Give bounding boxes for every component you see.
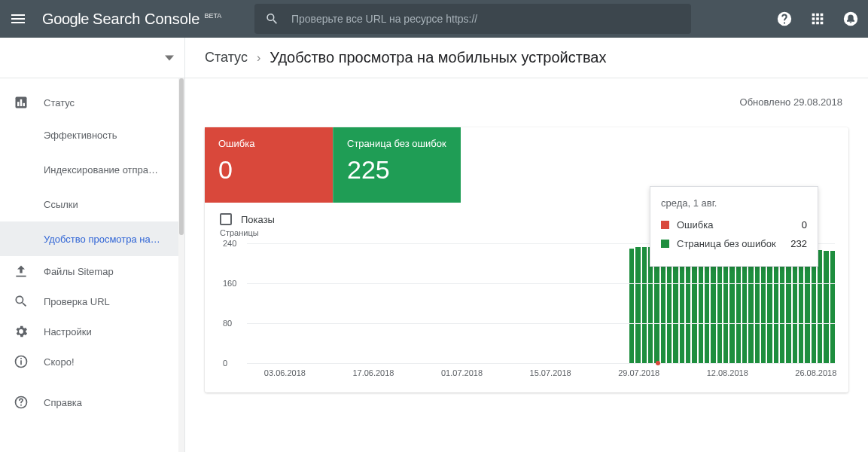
- chart-plot[interactable]: среда, 1 авг. Ошибка 0 Страница без ошиб…: [247, 243, 835, 364]
- property-selector[interactable]: [0, 38, 185, 78]
- status-card: Ошибка 0 Страница без ошибок 225 Показы …: [205, 127, 848, 392]
- chevron-down-icon: [165, 53, 174, 63]
- chart-y-tick: 160: [223, 279, 236, 288]
- sidebar-item-label: Настройки: [44, 326, 92, 337]
- sidebar-item-label: Статус: [44, 97, 75, 108]
- bar-chart-icon: [14, 95, 29, 110]
- sidebar-item-help[interactable]: Справка: [0, 387, 184, 417]
- sidebar-item-url-inspection[interactable]: Проверка URL: [0, 286, 184, 316]
- chart-x-tick: 26.08.2018: [795, 368, 836, 377]
- sidebar-item-status[interactable]: Статус: [0, 87, 184, 118]
- chart-x-axis: 03.06.201817.06.201801.07.201815.07.2018…: [247, 368, 835, 382]
- url-searchbox[interactable]: [254, 4, 691, 34]
- svg-point-9: [20, 405, 22, 406]
- sidebar-sub-indexing[interactable]: Индексирование отпра…: [0, 152, 184, 187]
- chart-y-tick: 240: [223, 239, 236, 248]
- chart-y-label: Страницы: [220, 228, 259, 237]
- chart-bar: [830, 251, 835, 363]
- apps-icon[interactable]: [809, 11, 826, 27]
- tooltip-value-valid: 232: [790, 238, 807, 249]
- gear-icon: [14, 324, 29, 339]
- svg-rect-7: [20, 358, 22, 359]
- chart-x-tick: 17.06.2018: [352, 368, 394, 377]
- search-icon: [265, 11, 279, 26]
- sidebar-sub-mobile-usability[interactable]: Удобство просмотра на…: [0, 221, 184, 256]
- updated-label: Обновлено 29.08.2018: [185, 78, 868, 114]
- svg-rect-4: [23, 103, 26, 106]
- sidebar: Статус Эффективность Индексирование отпр…: [0, 78, 185, 452]
- tooltip-row-valid: Страница без ошибок 232: [661, 238, 807, 249]
- sidebar-item-label: Проверка URL: [44, 296, 110, 307]
- chart-error-point: [656, 361, 660, 365]
- tooltip-row-error: Ошибка 0: [661, 219, 807, 231]
- tab-error-value: 0: [218, 155, 319, 185]
- tooltip-value-error: 0: [802, 219, 807, 231]
- sidebar-item-label: Файлы Sitemap: [44, 266, 114, 277]
- chart-y-tick: 0: [223, 359, 227, 368]
- tab-valid-value: 225: [347, 155, 447, 185]
- chart-bar: [642, 247, 647, 363]
- breadcrumb-current: Удобство просмотра на мобильных устройст…: [270, 49, 606, 66]
- chart-bar: [812, 250, 816, 363]
- chart-tooltip: среда, 1 авг. Ошибка 0 Страница без ошиб…: [650, 186, 818, 267]
- impressions-checkbox-label: Показы: [241, 214, 275, 225]
- sidebar-item-label: Скоро!: [44, 356, 75, 368]
- search-icon: [14, 294, 29, 309]
- chart-bar: [805, 250, 809, 363]
- topbar: Google Search Console BETA: [0, 0, 868, 38]
- tooltip-label-error: Ошибка: [677, 219, 713, 231]
- menu-icon[interactable]: [9, 10, 27, 28]
- product-logo[interactable]: Google Search Console BETA: [42, 11, 221, 28]
- chart-gridline: [247, 363, 835, 364]
- chart-y-tick: 80: [223, 319, 232, 328]
- chart-x-tick: 29.07.2018: [618, 368, 659, 377]
- tab-error-label: Ошибка: [218, 138, 319, 149]
- chart-gridline: [247, 323, 835, 324]
- tooltip-date: среда, 1 авг.: [661, 197, 807, 209]
- logo-google-text: Google: [42, 11, 89, 28]
- svg-rect-2: [17, 102, 20, 106]
- chart-gridline: [247, 283, 835, 284]
- chart-bar: [635, 247, 640, 363]
- sidebar-item-sitemaps[interactable]: Файлы Sitemap: [0, 256, 184, 286]
- tooltip-swatch-error-icon: [661, 221, 669, 229]
- chart-bar: [818, 250, 822, 363]
- tab-error[interactable]: Ошибка 0: [205, 127, 333, 203]
- tooltip-swatch-valid-icon: [661, 240, 669, 248]
- info-icon: [14, 354, 29, 369]
- chart-x-tick: 12.08.2018: [707, 368, 748, 377]
- chart-bar: [824, 251, 828, 363]
- tab-valid[interactable]: Страница без ошибок 225: [333, 127, 461, 203]
- notifications-icon[interactable]: [842, 11, 859, 27]
- chart: Страницы среда, 1 авг. Ошибка 0 Страница…: [205, 228, 848, 386]
- sidebar-scrollbar[interactable]: [178, 78, 184, 452]
- svg-rect-3: [20, 99, 23, 106]
- help-icon: [14, 395, 29, 410]
- sidebar-item-label: Справка: [44, 397, 82, 408]
- main-content: Статус › Удобство просмотра на мобильных…: [185, 38, 868, 452]
- impressions-checkbox[interactable]: [220, 213, 232, 225]
- chart-x-tick: 01.07.2018: [441, 368, 483, 377]
- breadcrumb: Статус › Удобство просмотра на мобильных…: [185, 38, 868, 78]
- logo-product-text: Search Console: [93, 11, 199, 28]
- help-icon[interactable]: [776, 11, 793, 27]
- breadcrumb-separator-icon: ›: [257, 51, 260, 65]
- url-search-input[interactable]: [291, 13, 681, 25]
- sidebar-sub-links[interactable]: Ссылки: [0, 187, 184, 221]
- sidebar-item-coming-soon[interactable]: Скоро!: [0, 347, 184, 377]
- tooltip-label-valid: Страница без ошибок: [677, 238, 776, 249]
- tab-valid-label: Страница без ошибок: [347, 138, 447, 149]
- breadcrumb-root[interactable]: Статус: [205, 50, 248, 66]
- svg-rect-6: [20, 360, 22, 365]
- sidebar-item-settings[interactable]: Настройки: [0, 316, 184, 347]
- upload-icon: [14, 264, 29, 279]
- sidebar-sub-performance[interactable]: Эффективность: [0, 118, 184, 152]
- logo-beta-badge: BETA: [204, 12, 221, 20]
- chart-bar: [629, 249, 634, 363]
- topbar-right: [776, 11, 859, 27]
- chart-x-tick: 15.07.2018: [530, 368, 571, 377]
- chart-x-tick: 03.06.2018: [264, 368, 306, 377]
